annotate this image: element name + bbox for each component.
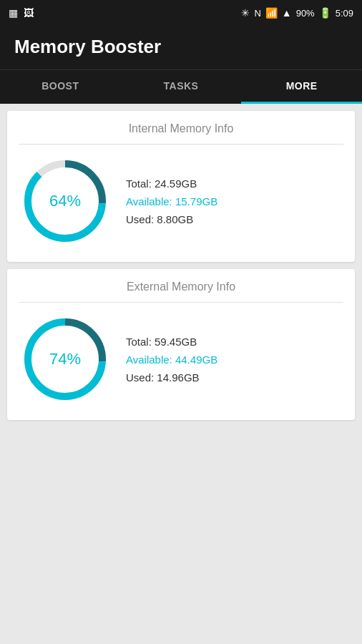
internal-total: Total: 24.59GB: [126, 177, 217, 190]
external-available: Available: 44.49GB: [126, 353, 217, 366]
tab-bar: BOOST TASKS MORE: [0, 69, 362, 104]
internal-memory-title: Internal Memory Info: [19, 122, 343, 145]
app-title: Memory Booster: [14, 36, 348, 58]
internal-memory-info: Total: 24.59GB Available: 15.79GB Used: …: [126, 177, 217, 225]
battery-percent: 90%: [296, 8, 315, 19]
external-total: Total: 59.45GB: [126, 336, 217, 348]
external-used: Used: 14.96GB: [126, 371, 217, 384]
nfc-icon: N: [254, 8, 260, 19]
time-display: 5:09: [336, 8, 353, 19]
tab-boost[interactable]: BOOST: [0, 70, 121, 104]
main-content: Internal Memory Info 64% Total: 24.59GB …: [0, 104, 362, 427]
tab-tasks[interactable]: TASKS: [121, 70, 242, 104]
external-memory-card: External Memory Info 74% Total: 59.45GB …: [7, 269, 355, 420]
app-header: Memory Booster: [0, 26, 362, 69]
internal-donut-chart: 64%: [19, 155, 112, 248]
external-donut-chart: 74%: [19, 313, 112, 406]
tab-more[interactable]: MORE: [241, 70, 362, 104]
image-icon: 🖼: [24, 7, 34, 19]
internal-used: Used: 8.80GB: [126, 213, 217, 225]
internal-memory-body: 64% Total: 24.59GB Available: 15.79GB Us…: [19, 155, 343, 248]
status-bar: ▦ 🖼 ✳ N 📶 ▲ 90% 🔋 5:09: [0, 0, 362, 26]
battery-icon: 🔋: [319, 7, 331, 19]
external-memory-body: 74% Total: 59.45GB Available: 44.49GB Us…: [19, 313, 343, 406]
wifi-icon: 📶: [265, 7, 278, 19]
signal-icon: ▲: [282, 7, 292, 19]
external-memory-info: Total: 59.45GB Available: 44.49GB Used: …: [126, 336, 217, 384]
external-percent: 74%: [49, 350, 81, 369]
internal-memory-card: Internal Memory Info 64% Total: 24.59GB …: [7, 111, 355, 262]
bluetooth-icon: ✳: [241, 7, 250, 19]
external-memory-title: External Memory Info: [19, 280, 343, 303]
internal-available: Available: 15.79GB: [126, 195, 217, 208]
sim-icon: ▦: [9, 7, 18, 19]
internal-percent: 64%: [49, 192, 81, 210]
